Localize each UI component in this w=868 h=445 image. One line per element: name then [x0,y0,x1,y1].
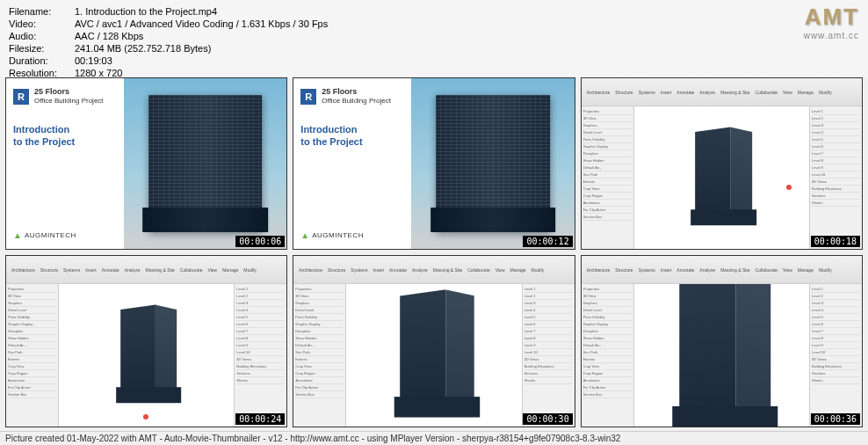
revit-body: Properties3D ViewGraphicsDetail LevelPar… [582,106,862,249]
browser-row: Level 5 [524,314,573,321]
panel-row: Parts Visibility [583,136,632,143]
meta-label: Duration: [9,55,75,67]
browser-row: Level 8 [236,335,285,342]
panel-row: Extents [8,356,56,363]
browser-row: Level 3 [812,122,860,129]
ribbon-tab: View [781,89,794,96]
iso-building [677,124,765,231]
browser-row: 3D Views [812,179,860,186]
ribbon-tab: Annotate [387,266,409,274]
title-left-panel: R 25 Floors Office Building Project Intr… [6,78,124,249]
ribbon-tab: Annotate [675,89,696,96]
meta-label: Filesize: [9,42,75,55]
panel-row: Graphics [583,300,632,307]
revit-ribbon: ArchitectureStructureSystemsInsertAnnota… [6,256,286,284]
footer-credit: Picture created 01-May-2022 with AMT - A… [0,431,868,445]
browser-row: Sheets [236,377,285,384]
revit-ribbon: ArchitectureStructureSystemsInsertAnnota… [582,256,862,284]
panel-row: Extents [295,356,344,363]
thumbnail-1[interactable]: R 25 Floors Office Building Project Intr… [5,77,287,250]
ribbon-tab: Massing & Site [144,266,177,274]
intro-title: Introduction to the Project [300,123,404,148]
panel-row: Default An... [295,342,344,349]
panel-row: Far Clip Active [583,384,632,391]
browser-row: Level 6 [812,143,860,150]
panel-row: Graphic Display [583,321,632,328]
browser-row: Sheets [812,377,860,384]
thumbnail-2[interactable]: R 25 Floors Office Building Project Intr… [293,77,575,250]
panel-row: Parts Visibility [583,314,632,321]
panel-row: Graphic Display [583,143,632,150]
browser-row: Building Elevations [812,186,860,193]
revit-app: ArchitectureStructureSystemsInsertAnnota… [293,256,574,427]
ribbon-tab: Annotate [675,266,696,274]
browser-row: Level 9 [812,164,860,171]
panel-row: Far Clip Active [8,384,56,391]
meta-row-video: Video: AVC / avc1 / Advanced Video Codin… [9,18,859,30]
viewport [634,106,809,249]
meta-value: 00:19:03 [75,55,112,67]
iso-building [377,286,491,425]
meta-value: AVC / avc1 / Advanced Video Coding / 1.6… [75,18,328,30]
browser-row: Sheets [524,377,573,384]
properties-panel: Properties3D ViewGraphicsDetail LevelPar… [293,284,346,427]
meta-label: Video: [9,18,75,30]
browser-row: Level 3 [236,300,285,307]
title-left-panel: R 25 Floors Office Building Project Intr… [293,78,411,249]
browser-row: Level 3 [812,300,860,307]
augmintech-icon: ▲ [13,230,22,240]
title-card: R 25 Floors Office Building Project Intr… [293,78,574,249]
ribbon-tab: Modify [817,89,834,96]
panel-row: Sun Path [583,171,632,179]
timestamp: 00:00:18 [811,236,860,247]
browser-row: Building Elevations [524,363,573,370]
amt-logo: AMT www.amt.cc [804,4,859,40]
ribbon-tab: Systems [637,89,657,96]
title-card: R 25 Floors Office Building Project Intr… [6,78,286,249]
panel-row: Detail Level [583,307,632,314]
panel-row: Extents [583,356,632,363]
panel-row: Crop Region [583,193,632,200]
browser-row: Level 2 [812,293,860,300]
panel-row: Graphic Display [8,321,56,328]
browser-row: Level 5 [236,314,285,321]
panel-row: Properties [583,108,632,115]
browser-row: Level 6 [812,321,860,328]
browser-row: Level 10 [524,349,573,356]
browser-row: Level 8 [524,335,573,342]
revit-app: ArchitectureStructureSystemsInsertAnnota… [6,256,286,427]
revit-body: Properties3D ViewGraphicsDetail LevelPar… [293,284,574,427]
project-title: 25 Floors Office Building Project [322,87,391,106]
browser-row: Level 1 [812,286,860,293]
panel-row: Section Box [8,391,56,398]
ribbon-tab: Architecture [585,89,612,96]
ribbon-tab: Massing & Site [719,89,751,96]
panel-row: Annotation [8,377,56,384]
ribbon-tab: Massing & Site [431,266,464,274]
browser-row: Level 7 [524,328,573,335]
panel-row: Section Box [583,214,632,221]
thumbnail-6[interactable]: ArchitectureStructureSystemsInsertAnnota… [581,255,863,427]
ribbon-tab: Collaborate [178,266,205,274]
properties-panel: Properties3D ViewGraphicsDetail LevelPar… [582,284,634,427]
augmintech-text: AUGMINTECH [312,231,364,239]
ribbon-tab: View [781,266,794,274]
browser-row: Level 7 [812,150,860,157]
browser-row: Level 4 [812,307,860,314]
thumbnail-4[interactable]: ArchitectureStructureSystemsInsertAnnota… [5,255,287,427]
panel-row: Sun Path [8,349,56,356]
revit-ribbon: ArchitectureStructureSystemsInsertAnnota… [582,78,862,106]
ribbon-tab: Insert [659,266,674,274]
cursor-marker [143,414,148,419]
panel-row: Properties [8,286,56,293]
meta-row-filename: Filename: 1. Introduction to the Project… [9,5,859,18]
cursor-marker [786,185,792,190]
ribbon-tab: Analyze [698,266,717,274]
panel-row: 3D View [8,293,56,300]
browser-row: Building Elevations [812,363,860,370]
thumbnail-5[interactable]: ArchitectureStructureSystemsInsertAnnota… [293,255,575,427]
thumbnail-3[interactable]: ArchitectureStructureSystemsInsertAnnota… [581,77,863,250]
ribbon-tab: Manage [796,89,815,96]
browser-panel: Level 1Level 2Level 3Level 4Level 5Level… [522,284,575,427]
viewport [346,284,521,427]
